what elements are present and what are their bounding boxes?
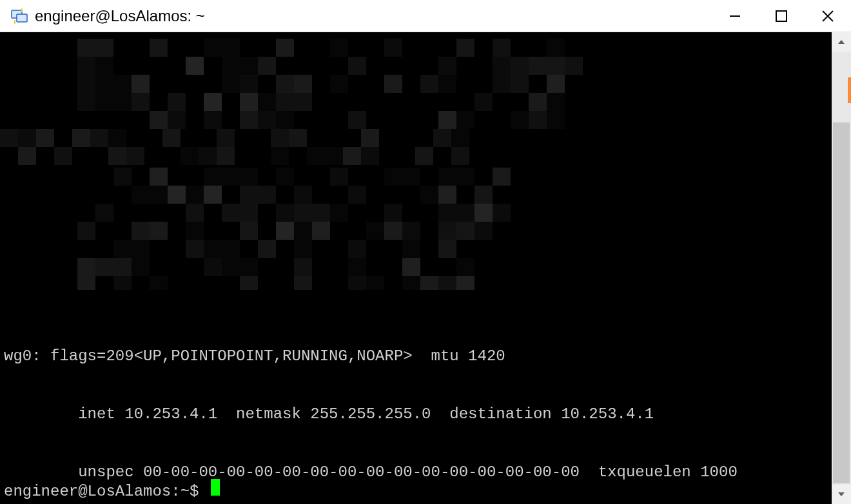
scrollbar-accent-marker <box>848 77 851 103</box>
svg-rect-3 <box>776 11 787 21</box>
redacted-output-region <box>0 32 832 290</box>
output-line: inet 10.253.4.1 netmask 255.255.255.0 de… <box>4 405 832 424</box>
scroll-down-button[interactable] <box>832 485 851 504</box>
prompt-line[interactable]: engineer@LosAlamos:~$ <box>4 479 220 501</box>
maximize-button[interactable] <box>758 0 805 32</box>
vertical-scrollbar[interactable] <box>832 32 851 504</box>
cursor <box>211 479 220 496</box>
window-titlebar: engineer@LosAlamos: ~ <box>0 0 851 32</box>
client-area: wg0: flags=209<UP,POINTOPOINT,RUNNING,NO… <box>0 32 851 504</box>
terminal[interactable]: wg0: flags=209<UP,POINTOPOINT,RUNNING,NO… <box>0 32 832 504</box>
svg-rect-1 <box>17 14 27 22</box>
prompt-text: engineer@LosAlamos:~$ <box>4 482 208 501</box>
scrollbar-track[interactable] <box>832 52 851 485</box>
terminal-output: wg0: flags=209<UP,POINTOPOINT,RUNNING,NO… <box>4 308 832 504</box>
scroll-up-button[interactable] <box>832 32 851 52</box>
window-controls <box>712 0 851 32</box>
putty-icon <box>9 6 30 26</box>
window-title: engineer@LosAlamos: ~ <box>35 7 712 25</box>
output-line: wg0: flags=209<UP,POINTOPOINT,RUNNING,NO… <box>4 347 832 366</box>
minimize-button[interactable] <box>712 0 758 32</box>
scrollbar-thumb[interactable] <box>833 122 850 483</box>
close-button[interactable] <box>805 0 851 32</box>
